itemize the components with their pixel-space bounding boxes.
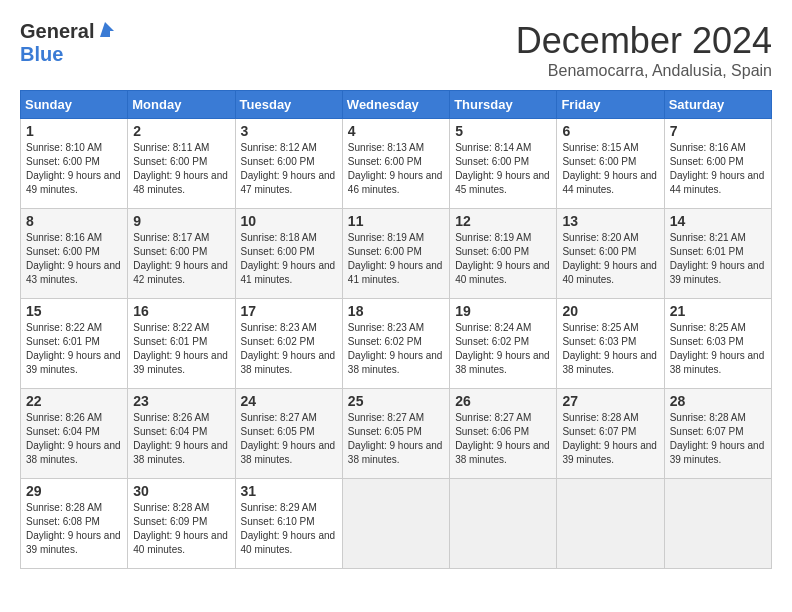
- day-info: Sunrise: 8:25 AMSunset: 6:03 PMDaylight:…: [562, 321, 658, 377]
- day-number: 3: [241, 123, 337, 139]
- calendar-title: December 2024: [516, 20, 772, 62]
- day-number: 27: [562, 393, 658, 409]
- day-number: 22: [26, 393, 122, 409]
- day-number: 16: [133, 303, 229, 319]
- svg-marker-1: [110, 27, 114, 31]
- calendar-cell: 26Sunrise: 8:27 AMSunset: 6:06 PMDayligh…: [450, 389, 557, 479]
- day-info: Sunrise: 8:14 AMSunset: 6:00 PMDaylight:…: [455, 141, 551, 197]
- calendar-body: 1Sunrise: 8:10 AMSunset: 6:00 PMDaylight…: [21, 119, 772, 569]
- header-day-thursday: Thursday: [450, 91, 557, 119]
- day-info: Sunrise: 8:12 AMSunset: 6:00 PMDaylight:…: [241, 141, 337, 197]
- day-info: Sunrise: 8:11 AMSunset: 6:00 PMDaylight:…: [133, 141, 229, 197]
- day-info: Sunrise: 8:27 AMSunset: 6:05 PMDaylight:…: [241, 411, 337, 467]
- calendar-cell: 13Sunrise: 8:20 AMSunset: 6:00 PMDayligh…: [557, 209, 664, 299]
- day-info: Sunrise: 8:16 AMSunset: 6:00 PMDaylight:…: [26, 231, 122, 287]
- logo-blue-text: Blue: [20, 43, 63, 66]
- day-info: Sunrise: 8:23 AMSunset: 6:02 PMDaylight:…: [348, 321, 444, 377]
- day-info: Sunrise: 8:19 AMSunset: 6:00 PMDaylight:…: [348, 231, 444, 287]
- calendar-cell: 24Sunrise: 8:27 AMSunset: 6:05 PMDayligh…: [235, 389, 342, 479]
- day-number: 10: [241, 213, 337, 229]
- day-number: 13: [562, 213, 658, 229]
- day-info: Sunrise: 8:28 AMSunset: 6:07 PMDaylight:…: [562, 411, 658, 467]
- day-number: 2: [133, 123, 229, 139]
- day-info: Sunrise: 8:19 AMSunset: 6:00 PMDaylight:…: [455, 231, 551, 287]
- header-day-tuesday: Tuesday: [235, 91, 342, 119]
- day-info: Sunrise: 8:28 AMSunset: 6:09 PMDaylight:…: [133, 501, 229, 557]
- calendar-cell: 21Sunrise: 8:25 AMSunset: 6:03 PMDayligh…: [664, 299, 771, 389]
- day-number: 5: [455, 123, 551, 139]
- calendar-cell: [342, 479, 449, 569]
- calendar-cell: [664, 479, 771, 569]
- day-number: 1: [26, 123, 122, 139]
- calendar-cell: 22Sunrise: 8:26 AMSunset: 6:04 PMDayligh…: [21, 389, 128, 479]
- day-number: 30: [133, 483, 229, 499]
- calendar-subtitle: Benamocarra, Andalusia, Spain: [516, 62, 772, 80]
- day-number: 18: [348, 303, 444, 319]
- day-number: 20: [562, 303, 658, 319]
- calendar-cell: 4Sunrise: 8:13 AMSunset: 6:00 PMDaylight…: [342, 119, 449, 209]
- calendar-cell: [450, 479, 557, 569]
- day-info: Sunrise: 8:17 AMSunset: 6:00 PMDaylight:…: [133, 231, 229, 287]
- day-number: 28: [670, 393, 766, 409]
- calendar-cell: 14Sunrise: 8:21 AMSunset: 6:01 PMDayligh…: [664, 209, 771, 299]
- day-number: 11: [348, 213, 444, 229]
- calendar-cell: 15Sunrise: 8:22 AMSunset: 6:01 PMDayligh…: [21, 299, 128, 389]
- calendar-cell: 18Sunrise: 8:23 AMSunset: 6:02 PMDayligh…: [342, 299, 449, 389]
- calendar-cell: 6Sunrise: 8:15 AMSunset: 6:00 PMDaylight…: [557, 119, 664, 209]
- day-number: 7: [670, 123, 766, 139]
- calendar-cell: 29Sunrise: 8:28 AMSunset: 6:08 PMDayligh…: [21, 479, 128, 569]
- day-info: Sunrise: 8:28 AMSunset: 6:07 PMDaylight:…: [670, 411, 766, 467]
- day-number: 24: [241, 393, 337, 409]
- day-info: Sunrise: 8:10 AMSunset: 6:00 PMDaylight:…: [26, 141, 122, 197]
- calendar-cell: 2Sunrise: 8:11 AMSunset: 6:00 PMDaylight…: [128, 119, 235, 209]
- day-info: Sunrise: 8:24 AMSunset: 6:02 PMDaylight:…: [455, 321, 551, 377]
- calendar-cell: 16Sunrise: 8:22 AMSunset: 6:01 PMDayligh…: [128, 299, 235, 389]
- day-number: 23: [133, 393, 229, 409]
- week-row-5: 29Sunrise: 8:28 AMSunset: 6:08 PMDayligh…: [21, 479, 772, 569]
- week-row-2: 8Sunrise: 8:16 AMSunset: 6:00 PMDaylight…: [21, 209, 772, 299]
- logo-icon: [96, 21, 114, 39]
- day-info: Sunrise: 8:21 AMSunset: 6:01 PMDaylight:…: [670, 231, 766, 287]
- calendar-cell: 10Sunrise: 8:18 AMSunset: 6:00 PMDayligh…: [235, 209, 342, 299]
- header-day-sunday: Sunday: [21, 91, 128, 119]
- calendar-cell: 11Sunrise: 8:19 AMSunset: 6:00 PMDayligh…: [342, 209, 449, 299]
- svg-marker-0: [100, 22, 110, 37]
- day-info: Sunrise: 8:22 AMSunset: 6:01 PMDaylight:…: [26, 321, 122, 377]
- day-info: Sunrise: 8:25 AMSunset: 6:03 PMDaylight:…: [670, 321, 766, 377]
- calendar-cell: 7Sunrise: 8:16 AMSunset: 6:00 PMDaylight…: [664, 119, 771, 209]
- day-info: Sunrise: 8:20 AMSunset: 6:00 PMDaylight:…: [562, 231, 658, 287]
- day-info: Sunrise: 8:13 AMSunset: 6:00 PMDaylight:…: [348, 141, 444, 197]
- header-day-wednesday: Wednesday: [342, 91, 449, 119]
- calendar-cell: 27Sunrise: 8:28 AMSunset: 6:07 PMDayligh…: [557, 389, 664, 479]
- logo: General Blue: [20, 20, 114, 66]
- day-number: 9: [133, 213, 229, 229]
- calendar-cell: 3Sunrise: 8:12 AMSunset: 6:00 PMDaylight…: [235, 119, 342, 209]
- day-info: Sunrise: 8:26 AMSunset: 6:04 PMDaylight:…: [133, 411, 229, 467]
- day-info: Sunrise: 8:18 AMSunset: 6:00 PMDaylight:…: [241, 231, 337, 287]
- calendar-cell: 9Sunrise: 8:17 AMSunset: 6:00 PMDaylight…: [128, 209, 235, 299]
- day-number: 14: [670, 213, 766, 229]
- calendar-cell: 8Sunrise: 8:16 AMSunset: 6:00 PMDaylight…: [21, 209, 128, 299]
- title-section: December 2024 Benamocarra, Andalusia, Sp…: [516, 20, 772, 80]
- day-info: Sunrise: 8:22 AMSunset: 6:01 PMDaylight:…: [133, 321, 229, 377]
- header-day-saturday: Saturday: [664, 91, 771, 119]
- day-number: 25: [348, 393, 444, 409]
- day-info: Sunrise: 8:28 AMSunset: 6:08 PMDaylight:…: [26, 501, 122, 557]
- page-header: General Blue December 2024 Benamocarra, …: [20, 20, 772, 80]
- calendar-cell: 28Sunrise: 8:28 AMSunset: 6:07 PMDayligh…: [664, 389, 771, 479]
- calendar-cell: 20Sunrise: 8:25 AMSunset: 6:03 PMDayligh…: [557, 299, 664, 389]
- day-number: 15: [26, 303, 122, 319]
- calendar-cell: 25Sunrise: 8:27 AMSunset: 6:05 PMDayligh…: [342, 389, 449, 479]
- week-row-4: 22Sunrise: 8:26 AMSunset: 6:04 PMDayligh…: [21, 389, 772, 479]
- week-row-1: 1Sunrise: 8:10 AMSunset: 6:00 PMDaylight…: [21, 119, 772, 209]
- day-info: Sunrise: 8:23 AMSunset: 6:02 PMDaylight:…: [241, 321, 337, 377]
- week-row-3: 15Sunrise: 8:22 AMSunset: 6:01 PMDayligh…: [21, 299, 772, 389]
- calendar-header: SundayMondayTuesdayWednesdayThursdayFrid…: [21, 91, 772, 119]
- calendar-cell: 1Sunrise: 8:10 AMSunset: 6:00 PMDaylight…: [21, 119, 128, 209]
- calendar-cell: [557, 479, 664, 569]
- day-number: 17: [241, 303, 337, 319]
- calendar-cell: 17Sunrise: 8:23 AMSunset: 6:02 PMDayligh…: [235, 299, 342, 389]
- calendar-table: SundayMondayTuesdayWednesdayThursdayFrid…: [20, 90, 772, 569]
- calendar-cell: 5Sunrise: 8:14 AMSunset: 6:00 PMDaylight…: [450, 119, 557, 209]
- day-number: 29: [26, 483, 122, 499]
